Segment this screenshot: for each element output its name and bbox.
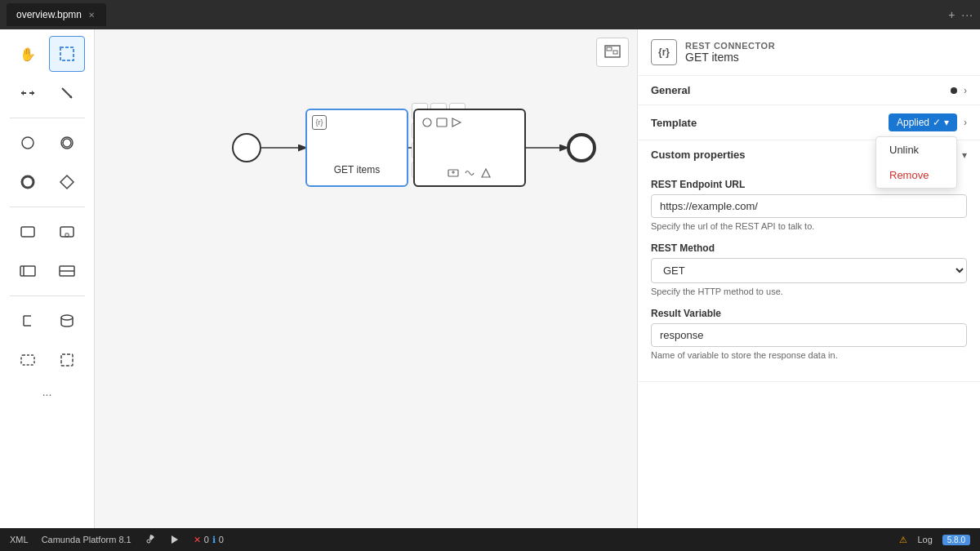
- title-bar-actions: + ···: [948, 8, 973, 21]
- svg-rect-26: [437, 118, 447, 127]
- space-icon: [20, 85, 36, 101]
- end-event-button[interactable]: [10, 164, 46, 200]
- title-bar: overview.bpmn ✕ + ···: [0, 0, 980, 29]
- error-dot-icon: ✕: [194, 535, 201, 545]
- panel-header: {r} REST CONNECTOR GET items: [638, 29, 980, 76]
- main-layout: ✋: [0, 29, 980, 528]
- task-icon: [20, 224, 36, 240]
- method-hint: Specify the HTTP method to use.: [651, 287, 967, 296]
- minimap-icon: [604, 45, 621, 60]
- run-icon[interactable]: [169, 534, 180, 545]
- endpoint-hint: Specify the url of the REST API to talk …: [651, 221, 967, 231]
- info-dot-icon: ℹ: [212, 535, 216, 545]
- svg-point-7: [22, 137, 33, 149]
- subprocess-icon-2: [436, 117, 448, 128]
- start-event[interactable]: [232, 133, 261, 162]
- subprocess-bottom-icon-2: [464, 167, 475, 179]
- tab-label: overview.bpmn: [16, 9, 82, 20]
- xml-format-label[interactable]: XML: [10, 535, 29, 544]
- panel-header-icon: {r}: [651, 39, 677, 65]
- gateway-button[interactable]: [49, 164, 85, 200]
- applied-label: Applied: [897, 117, 929, 128]
- general-section-header[interactable]: General ›: [638, 76, 980, 104]
- general-section-title: General: [651, 84, 690, 96]
- general-dot-indicator: [951, 87, 957, 94]
- right-panel: {r} REST CONNECTOR GET items General › T…: [637, 29, 980, 528]
- method-field-group: REST Method GET POST PUT DELETE PATCH Sp…: [651, 242, 967, 296]
- subprocess-element[interactable]: [413, 109, 526, 187]
- custom-properties-chevron-icon: ▾: [962, 149, 967, 161]
- applied-button[interactable]: Applied ✓ ▾: [889, 113, 957, 131]
- unlink-option[interactable]: Unlink: [876, 137, 956, 162]
- lane-icon: [59, 263, 75, 279]
- svg-marker-3: [21, 91, 24, 96]
- get-items-task[interactable]: {r} GET items: [305, 109, 408, 187]
- task-button[interactable]: [10, 214, 46, 250]
- hand-tool-button[interactable]: ✋: [10, 36, 46, 72]
- svg-marker-4: [32, 91, 34, 96]
- svg-rect-13: [60, 227, 74, 237]
- selection-button[interactable]: [49, 342, 85, 378]
- select-tool-button[interactable]: [49, 36, 85, 72]
- end-event[interactable]: [567, 133, 596, 162]
- svg-rect-20: [21, 355, 34, 365]
- applied-dropdown-arrow: ▾: [944, 117, 949, 128]
- svg-line-5: [62, 88, 72, 98]
- connect-tool-button[interactable]: [49, 75, 85, 111]
- pool-button[interactable]: [10, 253, 46, 289]
- deploy-icon[interactable]: [145, 534, 156, 545]
- svg-marker-35: [172, 535, 178, 544]
- minimap-button[interactable]: [596, 38, 629, 67]
- space-tool-button[interactable]: [10, 75, 46, 111]
- tab-close-button[interactable]: ✕: [87, 9, 96, 21]
- custom-properties-form: REST Endpoint URL Specify the url of the…: [638, 169, 980, 381]
- subprocess-bottom-icon-1: [448, 167, 459, 179]
- result-input[interactable]: [651, 323, 967, 347]
- svg-rect-21: [61, 354, 73, 366]
- connect-icon: [59, 85, 75, 101]
- svg-rect-32: [607, 47, 612, 51]
- endpoint-input[interactable]: [651, 194, 967, 218]
- subprocess-button[interactable]: [49, 214, 85, 250]
- start-event-button[interactable]: [10, 125, 46, 161]
- more-tools-button[interactable]: ···: [29, 384, 65, 404]
- tool-row-7: [10, 303, 85, 339]
- canvas-area[interactable]: {r} GET items ○ ▭ ⟶ ◎ ⋯ 🔧 🗑 ↕ ↑: [95, 29, 637, 528]
- svg-rect-0: [60, 47, 74, 60]
- panel-header-text: REST CONNECTOR GET items: [685, 41, 775, 64]
- subprocess-bottom-icons: [448, 167, 492, 179]
- left-toolbar: ✋: [0, 29, 95, 528]
- status-right: ⚠ Log 5.8.0: [899, 535, 970, 545]
- tool-row-1: ✋: [10, 36, 85, 72]
- result-label: Result Variable: [651, 308, 967, 319]
- svg-rect-15: [20, 266, 35, 276]
- panel-task-title: GET items: [685, 51, 775, 64]
- end-event-icon: [20, 174, 36, 190]
- tab-overview-bpmn[interactable]: overview.bpmn ✕: [7, 3, 106, 26]
- selection-icon: [59, 352, 75, 368]
- group-button[interactable]: [10, 342, 46, 378]
- intermediate-event-button[interactable]: [49, 125, 85, 161]
- template-section-title: Template: [651, 117, 697, 129]
- template-section: Template Applied ✓ ▾ Unlink Remove: [638, 105, 980, 140]
- general-section-actions: ›: [951, 85, 967, 96]
- pool-icon: [20, 263, 36, 279]
- template-dropdown-menu: Unlink Remove: [875, 136, 957, 189]
- tool-row-5: [10, 214, 85, 250]
- error-count: 0: [204, 535, 209, 544]
- toolbar-divider-1: [10, 118, 85, 118]
- template-chevron-icon: ›: [964, 117, 967, 128]
- subprocess-icon: [59, 224, 75, 240]
- toolbar-divider-3: [10, 295, 85, 296]
- gateway-icon: [59, 174, 75, 190]
- log-button[interactable]: Log: [917, 535, 932, 544]
- subprocess-top-icons: [421, 117, 462, 128]
- lane-button[interactable]: [49, 253, 85, 289]
- remove-option[interactable]: Remove: [876, 162, 956, 188]
- method-select[interactable]: GET POST PUT DELETE PATCH: [651, 258, 967, 283]
- data-button[interactable]: [49, 303, 85, 339]
- new-tab-button[interactable]: +: [948, 8, 955, 21]
- more-options-button[interactable]: ···: [961, 8, 973, 21]
- group-icon: [20, 352, 36, 368]
- annotation-button[interactable]: [10, 303, 46, 339]
